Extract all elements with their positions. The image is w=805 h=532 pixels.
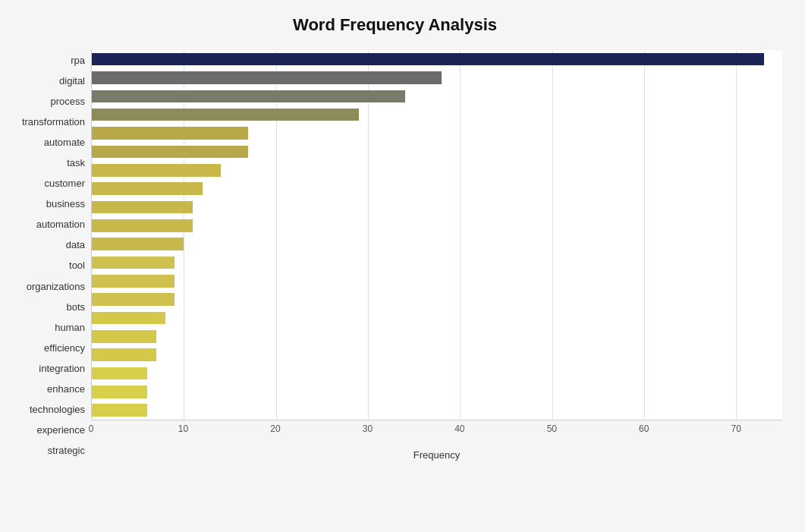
bar-row (92, 309, 782, 327)
x-tick: 30 (363, 423, 373, 434)
x-axis: 010203040506070 (91, 423, 782, 446)
bar (92, 109, 359, 121)
bar-row (92, 364, 782, 382)
x-tick: 70 (731, 423, 741, 434)
y-axis-label: digital (59, 76, 85, 86)
bar (92, 386, 147, 398)
y-axis-label: automation (36, 219, 85, 229)
y-axis-label: organizations (27, 282, 85, 291)
y-axis-label: efficiency (44, 343, 85, 353)
y-axis-label: experience (36, 425, 85, 435)
chart-area: rpadigitalprocesstransformationautomatet… (8, 50, 782, 461)
bar-row (92, 50, 782, 68)
y-axis-label: task (67, 158, 85, 168)
y-axis-label: automate (44, 137, 85, 147)
y-axis-label: customer (45, 178, 85, 188)
y-axis-label: rpa (71, 55, 85, 65)
bar-row (92, 327, 782, 345)
x-axis-label: Frequency (91, 449, 782, 461)
bar-row (92, 253, 782, 272)
y-axis-label: process (50, 96, 85, 106)
bar-row (92, 382, 782, 401)
y-axis-label: strategic (48, 445, 85, 455)
bar (92, 182, 203, 195)
x-tick: 10 (178, 423, 188, 434)
bar-row (92, 161, 782, 179)
bar-row (92, 87, 782, 105)
bar-row (92, 198, 782, 216)
x-tick: 40 (454, 423, 464, 434)
bar-row (92, 346, 782, 364)
bar (92, 367, 147, 380)
bar (92, 257, 175, 269)
plot-area: 010203040506070 Frequency (91, 50, 782, 461)
bar (92, 90, 405, 103)
bar (92, 293, 175, 306)
bar-row (92, 272, 782, 290)
bar (92, 201, 193, 214)
bar-row (92, 290, 782, 308)
bar-row (92, 105, 782, 124)
bar (92, 53, 764, 66)
bar (92, 404, 147, 417)
bar-row (92, 235, 782, 253)
bar-row (92, 143, 782, 161)
y-axis-label: human (55, 323, 85, 332)
bar-row (92, 124, 782, 142)
y-axis-label: bots (66, 302, 85, 312)
bar (92, 146, 248, 159)
bar-row (92, 401, 782, 420)
x-tick: 20 (270, 423, 280, 434)
x-tick: 0 (89, 423, 94, 434)
bar-row (92, 179, 782, 197)
y-axis-label: integration (39, 364, 85, 373)
bar (92, 348, 156, 361)
bar (92, 275, 175, 288)
bar (92, 312, 165, 325)
x-tick: 50 (547, 423, 557, 434)
bar-row (92, 68, 782, 87)
chart-container: Word Frequency Analysis rpadigitalproces… (0, 0, 805, 532)
x-tick: 60 (639, 423, 649, 434)
bars-container (91, 50, 782, 420)
bar-row (92, 216, 782, 235)
bar (92, 164, 221, 177)
chart-title: Word Frequency Analysis (8, 15, 782, 35)
y-axis-label: enhance (47, 384, 85, 394)
y-axis-label: tool (69, 260, 85, 270)
bar (92, 127, 248, 140)
y-axis-label: business (46, 199, 85, 209)
y-axis-label: data (66, 240, 85, 250)
y-axis-label: technologies (30, 405, 85, 414)
bar (92, 219, 193, 232)
y-axis-label: transformation (22, 117, 85, 127)
bar (92, 330, 156, 343)
bar (92, 238, 184, 250)
bar (92, 71, 442, 84)
y-axis: rpadigitalprocesstransformationautomatet… (8, 50, 91, 461)
